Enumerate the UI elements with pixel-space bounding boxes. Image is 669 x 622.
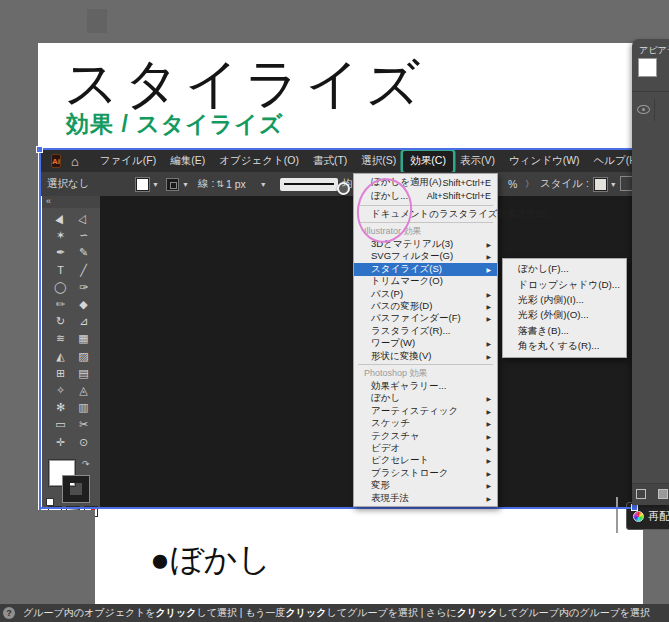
hand-tool[interactable]: ✛ [49,433,72,450]
submenu-item-落書き(B)...[interactable]: 落書き(B)... [503,324,626,339]
type-tool[interactable]: T [49,262,72,279]
style-control[interactable]: スタイル : ▼ [540,172,617,196]
color-wheel-icon [633,511,644,522]
width-tool[interactable]: ≋ [49,330,72,347]
new-effect-icon[interactable] [636,489,646,499]
submenu-item-ドロップシャドウ(D)...[interactable]: ドロップシャドウ(D)... [503,277,626,292]
visibility-eye-icon[interactable] [637,105,650,114]
blend-tool[interactable]: ◬ [72,382,95,399]
perspective-grid-tool[interactable]: ▨ [72,348,95,365]
menu-item-スタイライズ(S)[interactable]: スタイライズ(S)▶ [354,263,497,275]
background-square [87,9,107,33]
fill-swatch[interactable] [136,178,149,191]
background-notch [38,510,95,604]
default-colors-icon[interactable] [46,498,54,506]
submenu-arrow-icon: ▶ [486,495,491,502]
menu-書式(T)[interactable]: 書式(T) [306,150,354,172]
menu-item-トリムマーク(O)[interactable]: トリムマーク(O) [354,276,497,288]
chevron-down-icon[interactable]: ▼ [610,181,617,188]
stroke-weight-control[interactable]: 線 : ⇅ 1 px ▼ [198,172,267,196]
zoom-tool[interactable]: ⊙ [72,433,95,450]
menu-item-パスファインダー(F)[interactable]: パスファインダー(F)▶ [354,313,497,325]
menu-item-変形[interactable]: 変形▶ [354,479,497,491]
mesh-tool[interactable]: ⊞ [49,365,72,382]
menu-ファイル(F)[interactable]: ファイル(F) [93,150,163,172]
pen-tool[interactable]: ✒ [49,244,72,261]
submenu-arrow-icon: ▶ [486,445,491,452]
menu-効果(C)[interactable]: 効果(C) [403,151,453,172]
stroke-profile-control[interactable]: 均等 [280,172,363,196]
new-item-icon[interactable] [658,489,668,499]
chevron-down-icon[interactable]: ▼ [152,181,159,188]
tool-bar: ▶▷✶∽✒✎T╱◯✑✏◆↻⊿≋▦◭▨⊞▤✧◬✻▥▭✂✛⊙ ↷ [42,208,100,508]
curvature-tool[interactable]: ✎ [72,244,95,261]
shape-tool[interactable]: ◯ [49,279,72,296]
stepper-icon[interactable]: ⇅ [216,179,224,189]
menu-item-テクスチャ[interactable]: テクスチャ▶ [354,430,497,442]
menu-item-ワープ(W)[interactable]: ワープ(W)▶ [354,338,497,350]
slice-tool[interactable]: ✂ [72,416,95,433]
menu-オブジェクト(O)[interactable]: オブジェクト(O) [212,150,306,172]
submenu-arrow-icon: ▶ [486,353,491,360]
eraser-tool[interactable]: ◆ [72,296,95,313]
fill-color-control[interactable]: ▼ [136,172,159,196]
submenu-item-光彩 (外側)(O)...[interactable]: 光彩 (外側)(O)... [503,308,626,323]
appearance-fill-swatch[interactable] [638,58,657,77]
stroke-proxy-swatch[interactable] [63,476,89,502]
submenu-item-ぼかし(F)...[interactable]: ぼかし(F)... [503,262,626,277]
menu-item-ぼかし[interactable]: ぼかし▶ [354,393,497,405]
tutorial-frame: スタイライズ 効果 / スタイライズ Ai ⌂ ファイル(F)編集(E)オブジェ… [0,0,669,622]
stroke-swatch[interactable] [166,178,179,191]
chevron-right-icon[interactable]: 〉 [525,172,534,196]
stroke-color-control[interactable]: ▼ [166,172,189,196]
graph-tool[interactable]: ▥ [72,399,95,416]
menu-item-効果ギャラリー...[interactable]: 効果ギャラリー... [354,380,497,392]
menu-item-アーティスティック[interactable]: アーティスティック▶ [354,405,497,417]
divider [632,91,669,92]
status-bar: ? グループ内のオブジェクトをクリックして選択 | もう一度クリックしてグループ… [0,604,669,622]
pencil-tool[interactable]: ✏ [49,296,72,313]
menu-item-パス(P)[interactable]: パス(P)▶ [354,288,497,300]
menu-ウィンドウ(W)[interactable]: ウィンドウ(W) [502,150,587,172]
menu-item-形状に変換(V)[interactable]: 形状に変換(V)▶ [354,350,497,362]
eyedropper-tool[interactable]: ✧ [49,382,72,399]
menu-item-パスの変形(D)[interactable]: パスの変形(D)▶ [354,300,497,312]
menu-item-スケッチ[interactable]: スケッチ▶ [354,417,497,429]
illustrator-logo[interactable]: Ai [51,154,61,168]
chevron-down-icon[interactable]: ▼ [260,181,267,188]
swap-fill-stroke-icon[interactable]: ↷ [82,459,90,469]
submenu-item-光彩 (内側)(I)...[interactable]: 光彩 (内側)(I)... [503,293,626,308]
selection-handle[interactable] [631,504,638,511]
submenu-arrow-icon: ▶ [486,291,491,298]
menu-編集(E)[interactable]: 編集(E) [163,150,212,172]
menu-item-ブラシストローク[interactable]: ブラシストローク▶ [354,467,497,479]
selection-handle[interactable] [36,146,43,153]
home-icon[interactable]: ⌂ [71,154,79,169]
submenu-item-角を丸くする(R)...[interactable]: 角を丸くする(R)... [503,339,626,354]
gradient-tool[interactable]: ▤ [72,365,95,382]
free-transform-tool[interactable]: ▦ [72,330,95,347]
help-icon[interactable]: ? [3,607,15,619]
stroke-weight-value[interactable]: 1 px [226,178,246,190]
menu-選択(S)[interactable]: 選択(S) [354,150,403,172]
menu-item-ビデオ[interactable]: ビデオ▶ [354,442,497,454]
rotate-tool[interactable]: ↻ [49,313,72,330]
menu-表示(V)[interactable]: 表示(V) [453,150,502,172]
menu-items: ファイル(F)編集(E)オブジェクト(O)書式(T)選択(S)効果(C)表示(V… [93,150,648,172]
symbol-sprayer-tool[interactable]: ✻ [49,399,72,416]
appearance-panel-title: アピアラ [639,44,669,57]
paintbrush-tool[interactable]: ✑ [72,279,95,296]
collapse-icon[interactable]: « [46,196,51,206]
menu-item-表現手法[interactable]: 表現手法▶ [354,492,497,504]
menu-item-SVGフィルター(G)[interactable]: SVGフィルター(G)▶ [354,251,497,263]
shape-builder-tool[interactable]: ◭ [49,348,72,365]
style-swatch[interactable] [594,178,607,191]
stroke-profile-preview[interactable] [280,178,338,191]
menu-item-ラスタライズ(R)...[interactable]: ラスタライズ(R)... [354,325,497,337]
chevron-down-icon[interactable]: ▼ [182,181,189,188]
artboard-tool[interactable]: ▭ [49,416,72,433]
line-segment-tool[interactable]: ╱ [72,262,95,279]
menu-item-ピクセレート[interactable]: ピクセレート▶ [354,455,497,467]
scale-tool[interactable]: ⊿ [72,313,95,330]
divider [616,497,618,533]
